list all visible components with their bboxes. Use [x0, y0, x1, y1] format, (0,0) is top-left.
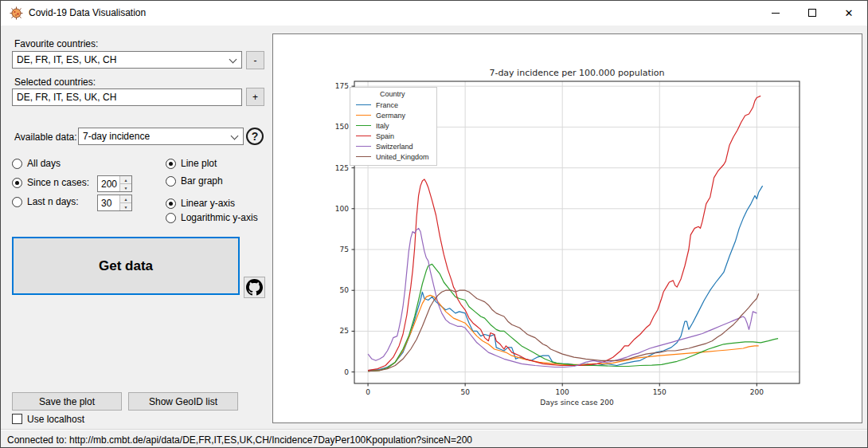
radio-circle	[12, 197, 22, 207]
legend-swatch	[356, 104, 371, 105]
get-data-button[interactable]: Get data	[12, 237, 240, 295]
github-icon	[246, 279, 263, 296]
status-text: Connected to: http://mb.cmbt.de/api/data…	[7, 434, 472, 446]
favourite-countries-value: DE, FR, IT, ES, UK, CH	[17, 54, 116, 65]
radio-label: All days	[27, 158, 61, 169]
radio-linear-y-axis[interactable]: Linear y-axis	[166, 198, 235, 209]
question-mark-icon: ?	[246, 128, 264, 145]
remove-favourite-button[interactable]: -	[246, 51, 264, 69]
svg-text:150: 150	[335, 123, 349, 131]
since-n-cases-spinner[interactable]: 200 ▲▼	[97, 175, 132, 192]
legend-label: United_Kingdom	[376, 153, 429, 161]
close-icon: ✕	[845, 7, 854, 19]
legend-label: Spain	[376, 132, 394, 140]
chart-legend: Country FranceGermanyItalySpainSwitzerla…	[350, 87, 437, 166]
spin-down-icon[interactable]: ▼	[120, 203, 131, 210]
svg-text:25: 25	[340, 327, 349, 335]
show-geoid-list-button[interactable]: Show GeoID list	[128, 392, 238, 411]
legend-label: Germany	[376, 112, 405, 120]
radio-circle-selected	[166, 159, 176, 169]
radio-label: Bar graph	[181, 175, 223, 187]
radio-label: Since n cases:	[27, 177, 89, 188]
svg-text:0: 0	[344, 368, 349, 376]
svg-text:50: 50	[340, 286, 350, 294]
github-button[interactable]	[244, 277, 265, 298]
svg-text:125: 125	[335, 164, 349, 172]
svg-text:50: 50	[460, 388, 470, 396]
legend-title: Country	[356, 90, 429, 98]
app-window: Covid-19 Data Visualisation ✕ Favourite …	[0, 0, 868, 448]
minimize-icon	[772, 13, 780, 14]
radio-label: Line plot	[181, 158, 217, 169]
chevron-down-icon	[229, 56, 237, 64]
maximize-button[interactable]	[794, 1, 831, 25]
legend-item-france: France	[356, 100, 429, 110]
available-data-value: 7-day incidence	[83, 131, 150, 142]
chart-title: 7-day incidence per 100.000 population	[489, 68, 664, 78]
svg-text:200: 200	[750, 388, 764, 396]
radio-label: Linear y-axis	[181, 198, 235, 209]
save-plot-button[interactable]: Save the plot	[12, 392, 122, 411]
series-line-france	[368, 186, 762, 371]
series-line-germany	[368, 295, 759, 371]
radio-label: Logarithmic y-axis	[181, 212, 258, 223]
legend-swatch	[356, 146, 371, 147]
legend-label: Italy	[376, 122, 389, 130]
spin-down-icon[interactable]: ▼	[120, 184, 131, 191]
series-line-united_kingdom	[368, 290, 759, 371]
spin-up-icon[interactable]: ▲	[120, 176, 131, 184]
minimize-button[interactable]	[757, 1, 794, 25]
use-localhost-checkbox[interactable]	[12, 414, 22, 424]
status-bar: Connected to: http://mb.cmbt.de/api/data…	[1, 430, 867, 448]
svg-text:0: 0	[366, 388, 370, 396]
chart-panel: 05010015020002550751001251501757-day inc…	[272, 33, 862, 423]
add-favourite-button[interactable]: +	[246, 88, 264, 106]
svg-text:175: 175	[335, 82, 349, 90]
title-bar: Covid-19 Data Visualisation ✕	[1, 1, 867, 26]
last-n-days-spinner[interactable]: 30 ▲▼	[97, 195, 132, 211]
svg-text:75: 75	[340, 246, 349, 253]
radio-all-days[interactable]: All days	[12, 158, 61, 169]
radio-since-n-cases[interactable]: Since n cases:	[12, 177, 89, 188]
radio-line-plot[interactable]: Line plot	[166, 158, 217, 169]
virus-icon	[10, 6, 23, 20]
use-localhost-label: Use localhost	[27, 414, 84, 425]
series-line-italy	[368, 264, 778, 371]
radio-circle	[166, 176, 176, 187]
radio-label: Last n days:	[27, 196, 79, 207]
spin-up-icon[interactable]: ▲	[120, 195, 131, 203]
maximize-icon	[808, 9, 816, 17]
radio-bar-graph[interactable]: Bar graph	[166, 175, 223, 187]
favourite-countries-label: Favourite countries:	[14, 38, 98, 49]
help-button[interactable]: ?	[244, 126, 265, 147]
available-data-combobox[interactable]: 7-day incidence	[78, 128, 244, 145]
available-data-label: Available data:	[14, 132, 77, 143]
legend-label: France	[376, 101, 398, 109]
radio-logarithmic-y-axis[interactable]: Logarithmic y-axis	[166, 212, 258, 223]
chevron-down-icon	[231, 132, 239, 140]
radio-circle-selected	[12, 178, 22, 188]
spinner-value: 200	[101, 179, 117, 190]
legend-swatch	[356, 156, 371, 157]
spinner-value: 30	[101, 198, 111, 209]
svg-text:150: 150	[653, 388, 667, 396]
legend-item-switzerland: Switzerland	[356, 141, 429, 151]
close-button[interactable]: ✕	[831, 1, 867, 25]
svg-text:100: 100	[335, 205, 349, 213]
legend-swatch	[356, 125, 371, 126]
window-title: Covid-19 Data Visualisation	[29, 7, 146, 18]
legend-item-italy: Italy	[356, 120, 429, 131]
legend-swatch	[356, 115, 371, 116]
x-axis-label: Days since case 200	[540, 399, 614, 407]
selected-countries-input[interactable]: DE, FR, IT, ES, UK, CH	[12, 88, 242, 106]
legend-swatch	[356, 136, 371, 136]
svg-text:100: 100	[556, 388, 569, 396]
selected-countries-label: Selected countries:	[14, 77, 96, 88]
favourite-countries-combobox[interactable]: DE, FR, IT, ES, UK, CH	[12, 51, 242, 69]
legend-item-germany: Germany	[356, 110, 429, 120]
radio-last-n-days[interactable]: Last n days:	[12, 196, 79, 207]
radio-circle	[12, 159, 22, 169]
legend-label: Switzerland	[376, 143, 413, 151]
radio-circle	[166, 213, 176, 223]
legend-item-united_kingdom: United_Kingdom	[356, 151, 429, 162]
